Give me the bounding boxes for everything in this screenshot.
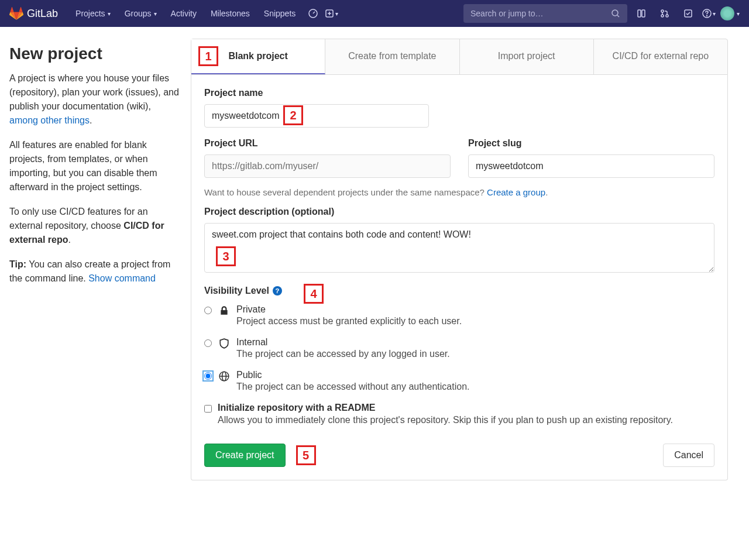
chevron-down-icon: ▾ xyxy=(713,11,716,17)
create-project-button[interactable]: Create project xyxy=(204,444,286,467)
tab-create-template[interactable]: Create from template xyxy=(325,39,459,74)
svg-point-5 xyxy=(661,10,664,12)
annotation-marker-4: 4 xyxy=(304,284,324,304)
annotation-marker-1: 1 xyxy=(198,46,218,66)
nav-groups[interactable]: Groups▾ xyxy=(119,5,163,22)
merge-requests-icon[interactable] xyxy=(655,4,674,23)
tab-cicd-external[interactable]: CI/CD for external repo xyxy=(594,39,727,74)
tabs: 1 Blank project Create from template Imp… xyxy=(191,39,728,75)
chevron-down-icon: ▾ xyxy=(154,11,157,17)
project-desc-label: Project description (optional) xyxy=(204,207,714,217)
cancel-button[interactable]: Cancel xyxy=(663,444,714,467)
avatar xyxy=(720,6,734,20)
among-other-things-link[interactable]: among other things xyxy=(9,115,90,125)
readme-checkbox-row[interactable]: Initialize repository with a README Allo… xyxy=(204,403,714,427)
top-nav: GitLab Projects▾ Groups▾ Activity Milest… xyxy=(0,0,749,27)
nav-projects[interactable]: Projects▾ xyxy=(70,5,116,22)
svg-point-2 xyxy=(612,10,618,16)
nav-snippets[interactable]: Snippets xyxy=(258,5,301,22)
todos-icon[interactable] xyxy=(679,4,698,23)
sidebar: New project A project is where you house… xyxy=(9,39,179,480)
chevron-down-icon: ▾ xyxy=(737,11,740,17)
project-url-input[interactable] xyxy=(204,154,451,178)
svg-point-7 xyxy=(666,15,668,17)
tab-blank-project[interactable]: 1 Blank project xyxy=(191,39,325,74)
gitlab-logo[interactable]: GitLab xyxy=(9,6,58,20)
chevron-down-icon: ▾ xyxy=(108,11,111,17)
visibility-label: Visibility Level ? 4 xyxy=(204,286,714,296)
project-url-label: Project URL xyxy=(204,138,451,149)
main: 1 Blank project Create from template Imp… xyxy=(191,39,728,480)
search-box[interactable] xyxy=(463,4,627,23)
help-icon[interactable]: ? xyxy=(273,286,282,296)
project-slug-input[interactable] xyxy=(468,154,714,178)
user-menu[interactable]: ▾ xyxy=(720,4,740,23)
tab-import-project[interactable]: Import project xyxy=(460,39,594,74)
sidebar-p3: To only use CI/CD features for an extern… xyxy=(9,205,179,247)
svg-point-10 xyxy=(707,16,707,16)
annotation-marker-5: 5 xyxy=(296,445,316,465)
project-name-group: Project name 2 xyxy=(204,88,714,128)
namespace-hint: Want to house several dependent projects… xyxy=(204,187,714,197)
svg-point-6 xyxy=(661,15,664,17)
help-icon[interactable]: ▾ xyxy=(702,4,716,23)
nav-items: Projects▾ Groups▾ Activity Milestones Sn… xyxy=(70,4,338,23)
radio-public[interactable] xyxy=(204,372,212,380)
lock-icon xyxy=(219,305,231,316)
plus-icon[interactable]: ▾ xyxy=(325,4,338,23)
show-command-link[interactable]: Show command xyxy=(88,273,156,283)
search-icon xyxy=(611,9,620,18)
visibility-public[interactable]: Public The project can be accessed witho… xyxy=(204,370,714,392)
sidebar-p4: Tip: You can also create a project from … xyxy=(9,257,179,286)
chevron-down-icon: ▾ xyxy=(335,11,338,17)
visibility-private[interactable]: Private Project access must be granted e… xyxy=(204,304,714,327)
page: New project A project is where you house… xyxy=(0,27,737,492)
visibility-section: Visibility Level ? 4 Private Project acc… xyxy=(204,286,714,392)
visibility-internal[interactable]: Internal The project can be accessed by … xyxy=(204,337,714,359)
globe-icon xyxy=(219,371,231,382)
sidebar-p2: All features are enabled for blank proje… xyxy=(9,138,179,194)
dashboard-icon[interactable] xyxy=(304,4,322,23)
readme-checkbox[interactable] xyxy=(204,405,212,413)
project-name-label: Project name xyxy=(204,88,714,98)
create-group-link[interactable]: Create a group xyxy=(487,187,545,197)
issues-icon[interactable] xyxy=(632,4,651,23)
form-panel: Project name 2 Project URL Project slug … xyxy=(191,75,728,480)
project-name-input[interactable] xyxy=(204,104,429,128)
svg-rect-3 xyxy=(638,10,641,17)
annotation-marker-3: 3 xyxy=(216,246,236,266)
tab-label: Blank project xyxy=(228,51,287,61)
annotation-marker-2: 2 xyxy=(283,105,303,125)
radio-private[interactable] xyxy=(204,307,212,314)
search-input[interactable] xyxy=(470,9,611,18)
sidebar-p1: A project is where you house your files … xyxy=(9,71,179,128)
page-title: New project xyxy=(9,44,179,63)
shield-icon xyxy=(219,338,231,349)
gitlab-text: GitLab xyxy=(27,8,58,20)
nav-milestones[interactable]: Milestones xyxy=(205,5,256,22)
project-slug-group: Project slug xyxy=(468,138,714,178)
project-slug-label: Project slug xyxy=(468,138,714,149)
project-desc-group: Project description (optional) 3 xyxy=(204,207,714,275)
radio-internal[interactable] xyxy=(204,339,212,347)
gitlab-icon xyxy=(9,6,23,20)
header-right: ▾ ▾ xyxy=(463,4,740,23)
svg-rect-4 xyxy=(642,10,645,17)
form-actions: Create project 5 Cancel xyxy=(204,444,714,467)
project-desc-input[interactable] xyxy=(204,223,714,273)
project-url-group: Project URL xyxy=(204,138,451,178)
nav-activity[interactable]: Activity xyxy=(165,5,202,22)
